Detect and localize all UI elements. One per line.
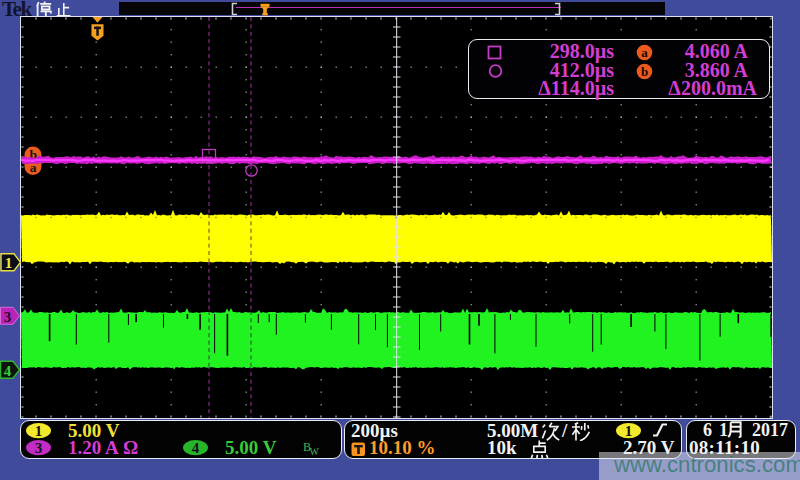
svg-text:4: 4 bbox=[192, 440, 200, 456]
svg-text:1: 1 bbox=[5, 255, 13, 271]
svg-text:1: 1 bbox=[35, 422, 43, 438]
svg-text:3: 3 bbox=[35, 440, 43, 456]
svg-text:3: 3 bbox=[4, 309, 12, 325]
svg-text:4: 4 bbox=[4, 363, 12, 379]
svg-text:W: W bbox=[310, 446, 320, 456]
